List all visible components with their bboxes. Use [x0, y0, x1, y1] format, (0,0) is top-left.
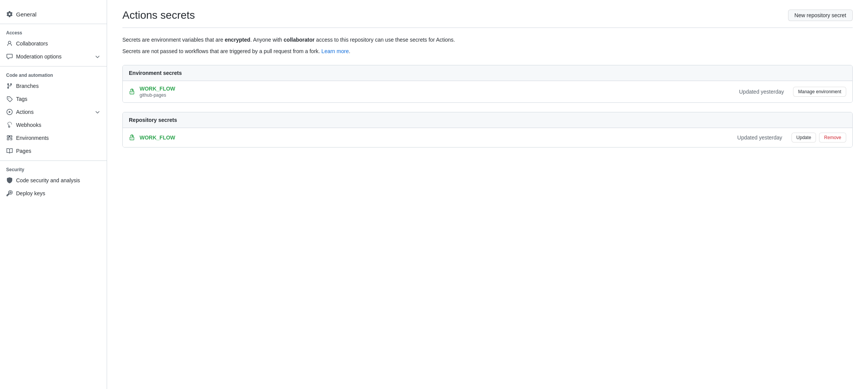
- tag-icon: [6, 96, 13, 102]
- update-secret-button[interactable]: Update: [792, 133, 816, 143]
- sidebar-section-code: Code and automation: [0, 70, 107, 79]
- sidebar-item-general[interactable]: General: [0, 8, 107, 21]
- description-part1: Secrets are environment variables that a…: [122, 37, 225, 43]
- sidebar-item-pages[interactable]: Pages: [0, 144, 107, 157]
- person-icon: [6, 40, 13, 47]
- env-secret-name: WORK_FLOW: [140, 86, 735, 92]
- repo-secret-updated: Updated yesterday: [737, 135, 782, 141]
- env-secret-updated: Updated yesterday: [739, 89, 784, 95]
- deploy-keys-label: Deploy keys: [16, 190, 45, 196]
- main-divider: [122, 28, 853, 28]
- description-part2: . Anyone with: [250, 37, 284, 43]
- shield-icon: [6, 177, 13, 184]
- env-secret-row-0: WORK_FLOW github-pages Updated yesterday…: [123, 81, 852, 102]
- tags-label: Tags: [16, 96, 28, 102]
- manage-environment-button[interactable]: Manage environment: [793, 87, 846, 97]
- sidebar-item-collaborators[interactable]: Collaborators: [0, 37, 107, 50]
- actions-chevron-icon: [94, 109, 101, 115]
- repository-secrets-section: Repository secrets WORK_FLOW Updated yes…: [122, 112, 853, 147]
- sidebar-item-actions[interactable]: Actions: [0, 105, 107, 118]
- sidebar-section-access: Access: [0, 27, 107, 37]
- description-sub-text: Secrets are not passed to workflows that…: [122, 48, 322, 54]
- sidebar-item-webhooks[interactable]: Webhooks: [0, 118, 107, 131]
- webhook-icon: [6, 122, 13, 128]
- lock-icon-repo: [129, 135, 135, 141]
- lock-icon-env: [129, 89, 135, 95]
- sidebar-section-security: Security: [0, 164, 107, 174]
- learn-more-link[interactable]: Learn more: [322, 48, 349, 54]
- key-icon: [6, 190, 13, 197]
- actions-label: Actions: [16, 109, 34, 115]
- play-icon: [6, 109, 13, 115]
- repo-secret-row-0: WORK_FLOW Updated yesterday Update Remov…: [123, 128, 852, 147]
- repository-secrets-header: Repository secrets: [123, 112, 852, 128]
- env-secret-info: WORK_FLOW github-pages: [140, 86, 735, 98]
- sidebar-divider-1: [0, 24, 107, 24]
- sidebar-item-code-security[interactable]: Code security and analysis: [0, 174, 107, 187]
- sidebar-item-branches[interactable]: Branches: [0, 79, 107, 92]
- sidebar: General Access Collaborators Moderation …: [0, 0, 107, 389]
- repo-secret-info: WORK_FLOW: [140, 135, 733, 141]
- sidebar-general-label: General: [16, 11, 36, 18]
- env-secret-actions: Manage environment: [793, 87, 846, 97]
- remove-secret-button[interactable]: Remove: [819, 133, 846, 143]
- gear-icon: [6, 11, 13, 18]
- moderation-chevron-icon: [94, 53, 101, 60]
- collaborators-label: Collaborators: [16, 41, 48, 47]
- description-part3: access to this repository can use these …: [315, 37, 455, 43]
- repo-secret-name: WORK_FLOW: [140, 135, 733, 141]
- grid-icon: [6, 135, 13, 141]
- sidebar-divider-3: [0, 160, 107, 161]
- branches-label: Branches: [16, 83, 39, 89]
- comment-icon: [6, 53, 13, 60]
- sidebar-divider-2: [0, 66, 107, 66]
- environments-label: Environments: [16, 135, 49, 141]
- repo-secret-actions: Update Remove: [792, 133, 846, 143]
- webhooks-label: Webhooks: [16, 122, 41, 128]
- main-content: Actions secrets New repository secret Se…: [107, 0, 868, 389]
- sidebar-item-moderation[interactable]: Moderation options: [0, 50, 107, 63]
- description-sub: Secrets are not passed to workflows that…: [122, 47, 853, 55]
- page-title: Actions secrets: [122, 9, 195, 21]
- pages-label: Pages: [16, 148, 31, 154]
- moderation-label: Moderation options: [16, 53, 62, 60]
- sidebar-item-deploy-keys[interactable]: Deploy keys: [0, 187, 107, 200]
- main-header: Actions secrets New repository secret: [122, 9, 853, 21]
- pages-icon: [6, 147, 13, 154]
- env-secret-env: github-pages: [140, 92, 735, 98]
- description-bold1: encrypted: [225, 37, 250, 43]
- environment-secrets-header: Environment secrets: [123, 65, 852, 81]
- environment-secrets-section: Environment secrets WORK_FLOW github-pag…: [122, 65, 853, 103]
- sidebar-item-tags[interactable]: Tags: [0, 92, 107, 105]
- description-bold2: collaborator: [284, 37, 315, 43]
- sidebar-item-environments[interactable]: Environments: [0, 131, 107, 144]
- new-repository-secret-button[interactable]: New repository secret: [788, 10, 853, 21]
- description-text: Secrets are environment variables that a…: [122, 36, 853, 44]
- code-security-label: Code security and analysis: [16, 177, 80, 183]
- branch-icon: [6, 83, 13, 89]
